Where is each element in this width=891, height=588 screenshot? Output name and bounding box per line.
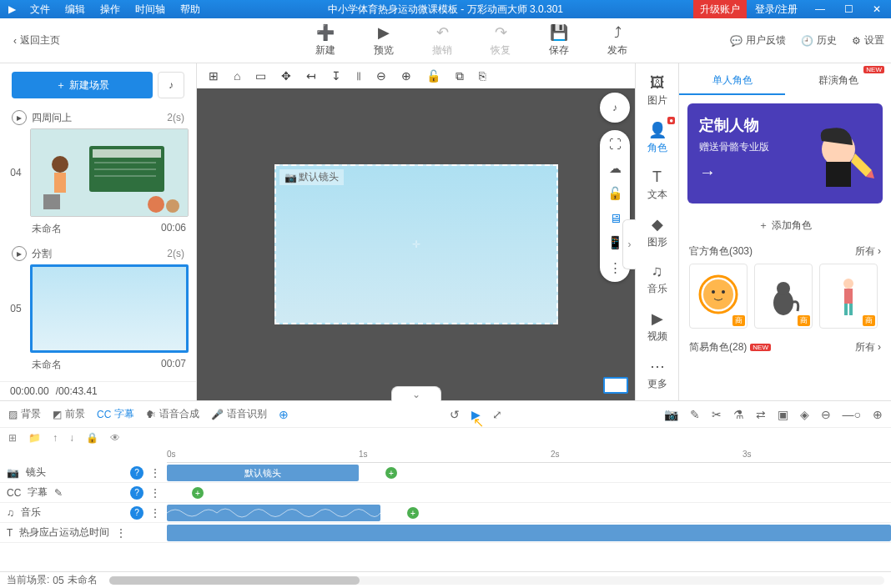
redo-button[interactable]: ↷恢复 — [484, 23, 517, 58]
floating-music-button[interactable]: ♪ — [600, 93, 630, 123]
align-left-icon[interactable]: ↤ — [306, 69, 316, 83]
tts-button[interactable]: 🗣语音合成 — [146, 407, 199, 421]
lock-icon[interactable]: 🔓 — [426, 69, 440, 83]
menu-action[interactable]: 操作 — [93, 0, 127, 19]
new-button[interactable]: ➕新建 — [309, 23, 342, 58]
track-menu-icon[interactable]: ⋮ — [150, 487, 160, 499]
role-card[interactable]: 商 — [754, 264, 813, 329]
tab-music[interactable]: ♫音乐 — [636, 259, 678, 300]
track-folder-icon[interactable]: 📁 — [28, 432, 41, 444]
scene-music-button[interactable]: ♪ — [158, 72, 184, 98]
menu-timeline[interactable]: 时间轴 — [128, 0, 172, 19]
undo-button[interactable]: ↶撤销 — [425, 23, 459, 58]
tab-shape[interactable]: ◆图形 — [636, 211, 678, 254]
history-button[interactable]: 🕘历史 — [801, 33, 837, 48]
home-icon[interactable]: ⌂ — [234, 69, 240, 83]
help-icon[interactable]: ? — [130, 466, 143, 480]
track-visible-icon[interactable]: 👁 — [110, 432, 120, 444]
stage-frame[interactable]: 📷默认镜头 ✛ — [274, 164, 558, 324]
horizontal-scrollbar[interactable] — [109, 576, 884, 585]
cut-tool-icon[interactable]: ✂ — [712, 408, 722, 421]
fg-button[interactable]: ◩前景 — [53, 407, 85, 421]
ruler-icon[interactable]: ⊞ — [209, 69, 219, 83]
show-all-button[interactable]: 所有 › — [855, 244, 881, 259]
asr-button[interactable]: 🎤语音识别 — [211, 407, 267, 421]
marker-icon[interactable]: ▣ — [778, 408, 788, 421]
expand-right-button[interactable]: › — [622, 219, 636, 269]
tab-text[interactable]: T文本 — [636, 164, 678, 206]
role-card[interactable]: 商 — [819, 264, 878, 329]
upgrade-button[interactable]: 升级账户 — [693, 0, 747, 18]
scrollbar-thumb[interactable] — [109, 576, 360, 585]
fit-icon[interactable]: ▭ — [255, 69, 266, 83]
add-keyframe-button[interactable]: + — [407, 507, 419, 519]
desktop-icon[interactable]: 🖥 — [609, 211, 622, 225]
cloud-icon[interactable]: ☁ — [609, 161, 622, 176]
link-icon[interactable]: ⇄ — [756, 408, 766, 421]
maximize-button[interactable]: ☐ — [834, 0, 863, 18]
zoom-in-timeline-icon[interactable]: ⊕ — [873, 408, 883, 421]
publish-button[interactable]: ⤴发布 — [601, 23, 634, 58]
tab-group-role[interactable]: 群演角色NEW — [785, 68, 891, 95]
collapse-bottom-button[interactable]: ⌄ — [391, 386, 441, 401]
tab-more[interactable]: ⋯更多 — [636, 353, 678, 395]
login-button[interactable]: 登录/注册 — [747, 0, 806, 19]
help-icon[interactable]: ? — [130, 506, 143, 520]
scene-header[interactable]: ▸分割2(s) — [7, 243, 189, 264]
rewind-icon[interactable]: ↺ — [450, 408, 460, 421]
show-all-button[interactable]: 所有 › — [855, 340, 881, 354]
track-up-icon[interactable]: ↑ — [53, 432, 58, 444]
keyframe-icon[interactable]: ◈ — [800, 408, 809, 421]
track-edit-icon[interactable]: ✎ — [54, 487, 63, 499]
zoom-out-timeline-icon[interactable]: ⊖ — [821, 408, 831, 421]
add-keyframe-button[interactable]: + — [385, 467, 397, 479]
preview-button[interactable]: ▶预览 — [367, 23, 400, 58]
canvas-stage[interactable]: 📷默认镜头 ✛ ♪ ⛶ ☁ 🔓 🖥 📱 ⋮ › ⌄ — [197, 88, 635, 400]
menu-help[interactable]: 帮助 — [174, 0, 207, 19]
copy-icon[interactable]: ⧉ — [456, 69, 464, 83]
subtitle-button[interactable]: CC字幕 — [97, 407, 134, 421]
more-options-icon[interactable]: ⊕ — [279, 408, 289, 421]
zoom-out-icon[interactable]: ⊖ — [376, 69, 386, 83]
filter-icon[interactable]: ⚗ — [733, 408, 744, 421]
text-clip[interactable] — [167, 525, 891, 541]
minimize-button[interactable]: — — [806, 0, 834, 18]
bg-button[interactable]: ▨背景 — [8, 407, 41, 421]
camera-clip[interactable]: 默认镜头 — [167, 465, 359, 481]
track-down-icon[interactable]: ↓ — [69, 432, 74, 444]
play-timeline-button[interactable]: ▶↖ — [471, 408, 481, 421]
menu-file[interactable]: 文件 — [23, 0, 57, 19]
help-icon[interactable]: ? — [130, 486, 143, 500]
scene-thumbnail[interactable] — [30, 128, 189, 217]
settings-button[interactable]: ⚙设置 — [852, 33, 884, 48]
tab-role[interactable]: 👤●角色 — [636, 117, 678, 159]
tab-single-role[interactable]: 单人角色 — [679, 68, 785, 95]
feedback-button[interactable]: 💬用户反馈 — [730, 33, 786, 48]
zoom-in-icon[interactable]: ⊕ — [401, 69, 411, 83]
unlock-icon[interactable]: 🔓 — [607, 186, 623, 201]
scene-header[interactable]: ▸四周问上2(s) — [7, 107, 189, 128]
mobile-icon[interactable]: 📱 — [607, 235, 623, 250]
minimap[interactable] — [603, 377, 628, 394]
back-home-button[interactable]: ‹ 返回主页 — [7, 30, 67, 51]
distribute-icon[interactable]: ⫴ — [356, 69, 361, 83]
paste-icon[interactable]: ⎘ — [479, 69, 486, 83]
save-button[interactable]: 💾保存 — [542, 23, 576, 58]
add-keyframe-button[interactable]: + — [192, 487, 204, 499]
track-menu-icon[interactable]: ⋮ — [116, 527, 126, 539]
tab-image[interactable]: 🖼图片 — [636, 70, 678, 112]
track-menu-icon[interactable]: ⋮ — [150, 467, 160, 479]
pan-icon[interactable]: ✥ — [281, 69, 291, 83]
role-card[interactable]: 商 — [689, 264, 748, 329]
expand-icon[interactable]: ⤢ — [492, 408, 502, 421]
more-icon[interactable]: ⋮ — [609, 260, 622, 275]
zoom-slider[interactable]: —○ — [843, 408, 861, 421]
promo-banner[interactable]: 定制人物 赠送骨骼专业版 → — [687, 103, 883, 204]
align-bottom-icon[interactable]: ↧ — [331, 69, 341, 83]
timeline-ruler[interactable]: 0s 1s 2s 3s — [167, 448, 891, 463]
new-scene-button[interactable]: ＋新建场景 — [12, 72, 153, 98]
menu-edit[interactable]: 编辑 — [58, 0, 92, 19]
close-button[interactable]: ✕ — [863, 0, 891, 18]
edit-tool-icon[interactable]: ✎ — [690, 408, 700, 421]
fullscreen-icon[interactable]: ⛶ — [609, 137, 622, 151]
